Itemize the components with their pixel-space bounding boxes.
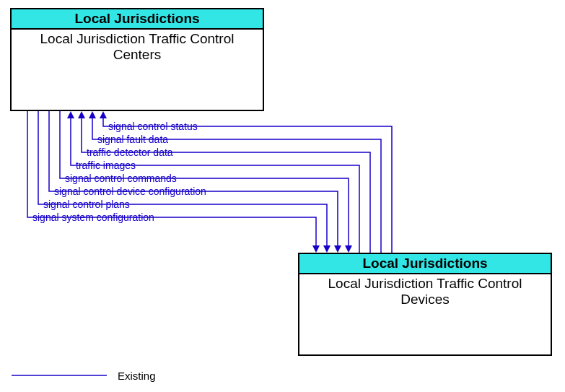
flow-label-signal-control-commands: signal control commands (65, 173, 177, 183)
entity-traffic-control-devices: Local Jurisdictions Local Jurisdiction T… (298, 253, 552, 356)
entity-header-top: Local Jurisdictions (12, 9, 263, 30)
entity-traffic-control-centers: Local Jurisdictions Local Jurisdiction T… (10, 8, 264, 111)
flow-label-signal-fault-data: signal fault data (97, 134, 168, 144)
svg-marker-7 (100, 111, 107, 118)
svg-marker-4 (67, 111, 74, 118)
flow-label-traffic-images: traffic images (76, 160, 136, 170)
flow-label-signal-control-device-configuration: signal control device configuration (54, 186, 206, 196)
svg-marker-5 (78, 111, 85, 118)
diagram-canvas: Local Jurisdictions Local Jurisdiction T… (0, 0, 565, 392)
legend-existing-label: Existing (118, 370, 156, 382)
svg-marker-6 (89, 111, 96, 118)
entity-body-bottom: Local Jurisdiction Traffic Control Devic… (299, 274, 551, 309)
flow-label-signal-system-configuration: signal system configuration (32, 212, 154, 222)
svg-marker-1 (323, 245, 330, 253)
svg-marker-2 (334, 245, 341, 253)
svg-marker-0 (312, 245, 320, 253)
flow-label-signal-control-status: signal control status (108, 121, 198, 131)
flow-label-signal-control-plans: signal control plans (43, 199, 130, 209)
svg-marker-3 (345, 245, 352, 253)
entity-body-top: Local Jurisdiction Traffic Control Cente… (12, 30, 263, 64)
flow-label-traffic-detector-data: traffic detector data (87, 147, 173, 157)
entity-header-bottom: Local Jurisdictions (299, 254, 551, 274)
